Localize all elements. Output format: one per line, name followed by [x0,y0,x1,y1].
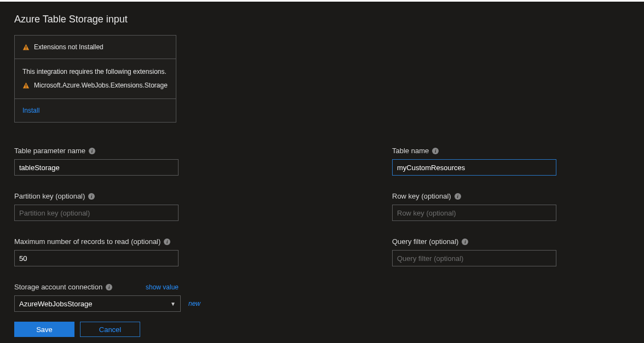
info-icon[interactable]: i [88,193,95,200]
select-storage-connection-value: AzureWebJobsStorage [19,300,92,308]
svg-rect-2 [26,84,26,86]
label-partition-key: Partition key (optional) [14,192,85,200]
select-storage-connection[interactable]: AzureWebJobsStorage ▼ [14,295,181,312]
input-query-filter[interactable] [392,250,556,266]
save-button[interactable]: Save [14,322,74,337]
new-connection-link[interactable]: new [188,300,200,307]
svg-rect-1 [26,48,26,49]
input-table-name[interactable] [392,159,556,176]
chevron-down-icon: ▼ [170,301,176,307]
cancel-button[interactable]: Cancel [80,322,140,337]
svg-rect-3 [26,87,26,88]
install-link[interactable]: Install [22,107,39,114]
label-query-filter: Query filter (optional) [392,237,458,246]
info-icon[interactable]: i [455,193,461,200]
field-query-filter: Query filter (optional) i [392,237,578,266]
info-icon[interactable]: i [89,148,95,154]
info-icon[interactable]: i [432,148,439,154]
page-title: Azure Table Storage input [14,14,630,25]
field-row-key: Row key (optional) i [392,192,578,221]
show-value-link[interactable]: show value [146,283,179,291]
info-icon[interactable]: i [106,284,112,290]
warning-icon [22,44,30,51]
label-table-param: Table parameter name [14,147,85,155]
info-icon[interactable]: i [164,239,170,245]
input-table-parameter-name[interactable] [14,159,179,176]
svg-rect-0 [26,46,26,48]
extensions-panel: Extensions not Installed This integratio… [14,35,176,123]
panel-header-text: Extensions not Installed [34,43,104,51]
label-table-name: Table name [392,147,429,155]
input-max-records[interactable] [14,250,179,266]
info-icon[interactable]: i [462,239,468,245]
field-partition-key: Partition key (optional) i [14,192,200,221]
field-table-parameter-name: Table parameter name i [14,147,200,176]
extension-name: Microsoft.Azure.WebJobs.Extensions.Stora… [34,80,168,91]
label-row-key: Row key (optional) [392,192,451,200]
input-row-key[interactable] [392,205,556,221]
field-max-records: Maximum number of records to read (optio… [14,237,200,266]
field-table-name: Table name i [392,147,578,176]
panel-body-text: This integration requires the following … [22,67,168,77]
warning-icon [22,82,30,89]
label-max-records: Maximum number of records to read (optio… [14,237,160,246]
field-storage-connection: Storage account connection i show value … [14,283,200,337]
input-partition-key[interactable] [14,205,179,221]
label-storage-connection: Storage account connection [14,283,102,291]
